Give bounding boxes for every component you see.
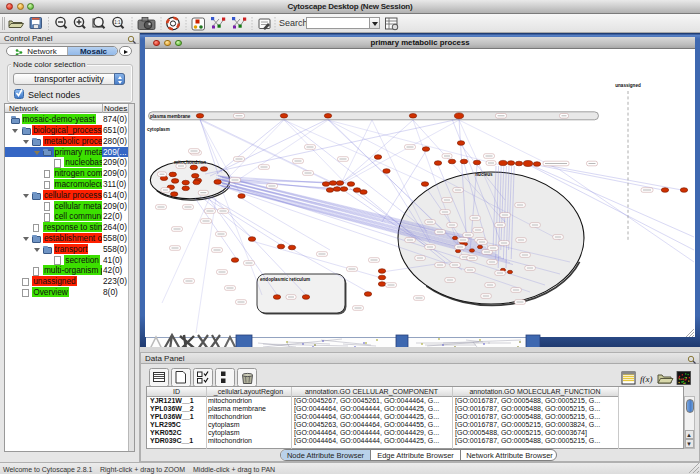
svg-text:nucleus: nucleus [475,172,493,177]
svg-text:unassigned: unassigned [615,83,641,88]
svg-text:cytoplasm: cytoplasm [147,127,170,132]
svg-text:plasma membrane: plasma membrane [150,114,191,119]
svg-text:1:1: 1:1 [114,20,121,25]
svg-text:f(x): f(x) [640,374,653,384]
svg-text:endoplasmic reticulum: endoplasmic reticulum [260,277,310,282]
